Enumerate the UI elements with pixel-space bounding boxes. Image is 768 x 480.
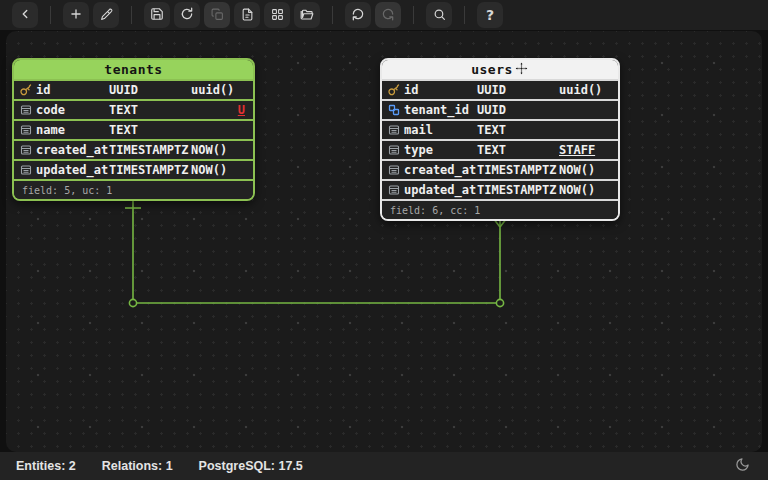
- file-text-icon: [241, 6, 254, 25]
- table-header-users[interactable]: users: [382, 60, 618, 79]
- field-name: type: [404, 143, 477, 157]
- field-row[interactable]: mail TEXT: [382, 119, 618, 139]
- field-type: TIMESTAMPTZ: [477, 183, 559, 197]
- field-row[interactable]: created_at TIMESTAMPTZ NOW(): [14, 139, 253, 159]
- field-name: created_at: [36, 143, 109, 157]
- table-header-tenants[interactable]: tenants: [14, 60, 253, 79]
- entities-count: Entities: 2: [16, 459, 76, 473]
- field-default: STAFF: [559, 143, 610, 157]
- fk-icon: [388, 104, 404, 116]
- field-default: uuid(): [191, 83, 245, 97]
- toolbar-divider: [332, 6, 333, 24]
- field-default: NOW(): [559, 183, 610, 197]
- toolbar-divider: [131, 6, 132, 24]
- field-name: updated_at: [36, 163, 109, 177]
- diagram-canvas[interactable]: tenants id UUID uuid() code TEXT U name …: [6, 31, 762, 452]
- field-icon: [20, 144, 36, 156]
- relations-count: Relations: 1: [102, 459, 173, 473]
- field-name: updated_at: [404, 183, 477, 197]
- moon-icon: [735, 457, 750, 475]
- chevron-left-icon: [18, 6, 32, 25]
- folder-open-icon: [300, 6, 314, 25]
- theme-toggle-button[interactable]: [735, 457, 750, 475]
- grid-icon: [271, 6, 284, 25]
- edit-button[interactable]: [93, 2, 119, 28]
- field-type: TEXT: [477, 143, 559, 157]
- field-icon: [388, 184, 404, 196]
- redo-button[interactable]: [375, 2, 401, 28]
- field-type: TIMESTAMPTZ: [109, 163, 191, 177]
- toolbar-divider: [50, 6, 51, 24]
- plus-icon: [69, 6, 83, 25]
- field-row[interactable]: tenant_id UUID: [382, 99, 618, 119]
- field-type: UUID: [477, 83, 559, 97]
- field-type: TEXT: [109, 103, 191, 117]
- entity-table-users[interactable]: users id UUID uuid() tenant_id UUID mail…: [380, 58, 620, 221]
- field-name: id: [404, 83, 477, 97]
- add-table-button[interactable]: [63, 2, 89, 28]
- field-row[interactable]: updated_at TIMESTAMPTZ NOW(): [382, 179, 618, 199]
- floppy-icon: [150, 6, 164, 25]
- unique-badge: U: [238, 103, 245, 117]
- dialect-version: PostgreSQL: 17.5: [199, 459, 303, 473]
- field-icon: [20, 124, 36, 136]
- field-default: NOW(): [559, 163, 610, 177]
- field-type: TIMESTAMPTZ: [477, 163, 559, 177]
- field-row[interactable]: id UUID uuid(): [382, 79, 618, 99]
- field-default: uuid(): [559, 83, 610, 97]
- field-row[interactable]: created_at TIMESTAMPTZ NOW(): [382, 159, 618, 179]
- reload-button[interactable]: [174, 2, 200, 28]
- toolbar-divider: [464, 6, 465, 24]
- table-footer: field: 5, uc: 1: [14, 179, 253, 199]
- status-bar: Entities: 2 Relations: 1 PostgreSQL: 17.…: [0, 452, 768, 480]
- entity-table-tenants[interactable]: tenants id UUID uuid() code TEXT U name …: [12, 58, 255, 201]
- reload-icon: [180, 6, 194, 25]
- search-button[interactable]: [426, 2, 452, 28]
- field-type: UUID: [109, 83, 191, 97]
- toolbar: ?: [0, 0, 768, 30]
- field-icon: [20, 164, 36, 176]
- back-button[interactable]: [12, 2, 38, 28]
- field-icon: [20, 104, 36, 116]
- field-name: created_at: [404, 163, 477, 177]
- key-icon: [388, 84, 404, 96]
- copy-button[interactable]: [204, 2, 230, 28]
- field-type: TIMESTAMPTZ: [109, 143, 191, 157]
- field-icon: [388, 144, 404, 156]
- pen-icon: [100, 6, 113, 25]
- field-type: TEXT: [477, 123, 559, 137]
- field-name: mail: [404, 123, 477, 137]
- field-icon: [388, 124, 404, 136]
- field-default: NOW(): [191, 163, 245, 177]
- table-title: tenants: [104, 62, 162, 77]
- export-file-button[interactable]: [234, 2, 260, 28]
- field-row[interactable]: id UUID uuid(): [14, 79, 253, 99]
- redo-icon: [381, 6, 395, 25]
- field-row[interactable]: code TEXT U: [14, 99, 253, 119]
- field-name: id: [36, 83, 109, 97]
- open-folder-button[interactable]: [294, 2, 320, 28]
- table-title: users: [471, 62, 513, 77]
- key-icon: [20, 84, 36, 96]
- save-button[interactable]: [144, 2, 170, 28]
- field-type: TEXT: [109, 123, 191, 137]
- field-icon: [388, 164, 404, 176]
- field-name: tenant_id: [404, 103, 477, 117]
- field-default: NOW(): [191, 143, 245, 157]
- field-row[interactable]: updated_at TIMESTAMPTZ NOW(): [14, 159, 253, 179]
- field-name: name: [36, 123, 109, 137]
- question-icon: ?: [486, 7, 494, 23]
- table-footer: field: 6, cc: 1: [382, 199, 618, 219]
- field-type: UUID: [477, 103, 559, 117]
- undo-button[interactable]: [345, 2, 371, 28]
- search-icon: [433, 6, 446, 25]
- move-cursor-icon: [514, 61, 529, 79]
- table-stats: field: 6, cc: 1: [390, 205, 480, 216]
- auto-layout-button[interactable]: [264, 2, 290, 28]
- field-row[interactable]: type TEXT STAFF: [382, 139, 618, 159]
- table-stats: field: 5, uc: 1: [22, 185, 112, 196]
- help-button[interactable]: ?: [477, 2, 503, 28]
- field-row[interactable]: name TEXT: [14, 119, 253, 139]
- undo-icon: [351, 6, 365, 25]
- copy-icon: [211, 6, 224, 25]
